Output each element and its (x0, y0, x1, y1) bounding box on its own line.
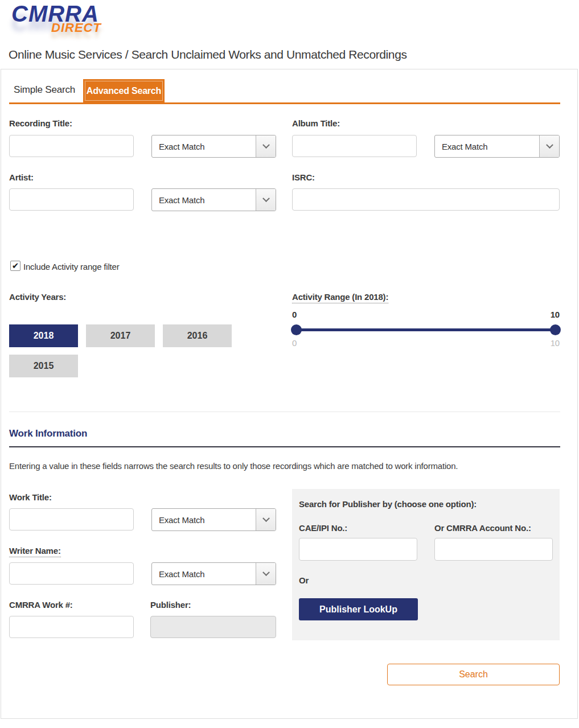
artist-input[interactable] (9, 188, 134, 211)
work-information-description: Entering a value in these fields narrows… (9, 461, 458, 471)
select-arrow (256, 563, 276, 585)
range-min-bound: 0 (292, 338, 297, 348)
publisher-search-panel: Search for Publisher by (choose one opti… (292, 489, 560, 640)
cmrra-account-label: Or CMRRA Account No.: (434, 523, 531, 533)
section-divider (9, 412, 560, 412)
recording-title-input[interactable] (9, 135, 134, 157)
range-handle-high[interactable] (550, 324, 561, 335)
album-title-match-select[interactable]: Exact Match (434, 135, 560, 158)
chevron-down-icon (262, 195, 270, 202)
recording-title-label: Recording Title: (9, 118, 72, 128)
cmrra-work-number-label: CMRRA Work #: (9, 600, 73, 610)
writer-name-label: Writer Name: (9, 546, 61, 557)
artist-label: Artist: (9, 172, 34, 182)
search-button[interactable]: Search (387, 664, 560, 685)
or-label: Or (299, 575, 309, 585)
cae-ipi-input[interactable] (299, 538, 417, 561)
tab-underline (9, 102, 560, 104)
publisher-input (150, 616, 276, 638)
chevron-down-icon (262, 515, 270, 522)
year-button-2016[interactable]: 2016 (163, 324, 232, 347)
recording-title-match-value: Exact Match (152, 142, 204, 151)
work-title-label: Work Title: (9, 492, 52, 502)
select-arrow (256, 509, 276, 530)
activity-range-slider[interactable] (292, 324, 560, 335)
chevron-down-icon (262, 569, 270, 576)
select-arrow (256, 135, 276, 157)
tab-advanced-search[interactable]: Advanced Search (83, 79, 165, 102)
cae-ipi-label: CAE/IPI No.: (299, 523, 347, 533)
tab-advanced-search-label: Advanced Search (87, 86, 161, 96)
range-high-value: 10 (542, 310, 560, 319)
cmrra-account-input[interactable] (434, 538, 553, 561)
album-title-label: Album Title: (292, 118, 340, 128)
year-button-2018[interactable]: 2018 (9, 324, 78, 347)
search-panel: Simple Search Advanced Search Recording … (1, 69, 578, 719)
range-track[interactable] (292, 328, 560, 331)
work-title-match-value: Exact Match (152, 515, 204, 525)
activity-years-label: Activity Years: (9, 292, 66, 302)
publisher-search-heading: Search for Publisher by (choose one opti… (299, 499, 477, 509)
album-title-match-value: Exact Match (435, 142, 487, 151)
year-button-2015[interactable]: 2015 (9, 355, 78, 377)
logo-direct-text: DIRECT (51, 20, 125, 35)
writer-name-input[interactable] (9, 562, 134, 585)
isrc-label: ISRC: (292, 172, 315, 182)
work-title-match-select[interactable]: Exact Match (151, 508, 276, 531)
publisher-label: Publisher: (150, 600, 191, 610)
artist-match-select[interactable]: Exact Match (151, 188, 276, 211)
writer-name-match-value: Exact Match (152, 569, 204, 579)
select-arrow (539, 135, 559, 157)
include-activity-range-checkbox[interactable] (10, 261, 20, 271)
cmrra-work-number-input[interactable] (9, 616, 134, 638)
album-title-input[interactable] (292, 135, 417, 157)
checkmark-icon (12, 261, 19, 271)
cmrra-direct-logo: CMRRA DIRECT (11, 2, 125, 34)
work-information-rule (9, 446, 560, 447)
work-information-heading: Work Information (9, 428, 87, 439)
recording-title-match-select[interactable]: Exact Match (151, 135, 276, 158)
artist-match-value: Exact Match (152, 195, 204, 205)
page-title: Online Music Services / Search Unclaimed… (9, 48, 407, 61)
isrc-input[interactable] (292, 188, 560, 211)
publisher-lookup-button[interactable]: Publisher LookUp (299, 598, 418, 620)
range-max-bound: 10 (542, 338, 560, 348)
chevron-down-icon (546, 141, 553, 149)
page: CMRRA DIRECT Online Music Services / Sea… (0, 0, 579, 728)
work-title-input[interactable] (9, 508, 134, 530)
writer-name-match-select[interactable]: Exact Match (151, 562, 276, 585)
year-button-2017[interactable]: 2017 (86, 324, 155, 347)
select-arrow (256, 189, 276, 211)
range-handle-low[interactable] (291, 324, 302, 335)
activity-range-label: Activity Range (In 2018): (292, 292, 388, 303)
chevron-down-icon (262, 141, 270, 149)
range-low-value: 0 (292, 310, 297, 319)
include-activity-range-label: Include Activity range filter (23, 262, 119, 272)
tab-simple-search[interactable]: Simple Search (14, 84, 75, 96)
